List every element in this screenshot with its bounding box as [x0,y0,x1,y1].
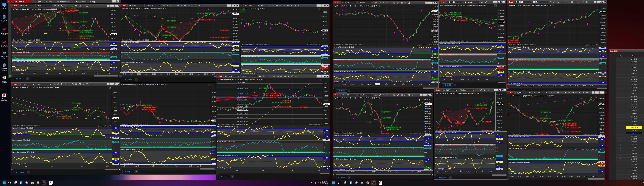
svg-text:1850.0: 1850.0 [324,105,328,107]
svg-text:13020.00: 13020.00 [599,125,604,126]
svg-text:20.88: 20.88 [498,168,502,170]
svg-text:5/4/2022: 5/4/2022 [322,183,328,184]
svg-text:2000 Tick: 2000 Tick [146,5,153,7]
svg-text:hpcHSIIndicator (ES 06-22): hpcHSIIndicator (ES 06-22) [121,52,138,53]
svg-text:40: 40 [425,165,427,167]
svg-text:13142.25: 13142.25 [631,110,637,111]
svg-text:30: 30 [602,56,604,57]
svg-text:13060.00: 13060.00 [425,113,431,115]
svg-text:03:00: 03:00 [350,84,354,85]
svg-text:T1: (2134.6): T1: (2134.6) [71,109,79,111]
svg-text:70: 70 [115,127,117,129]
svg-text:17.88: 17.88 [325,152,329,153]
svg-text:30: 30 [428,143,429,145]
svg-text:40.08: 40.08 [112,56,116,58]
svg-text:hpcAmpRSIIndicator (RTY 06-22): hpcAmpRSIIndicator (RTY 06-22) [120,126,142,127]
svg-text:70: 70 [428,137,429,139]
svg-text:M: M [9,8,10,9]
svg-text:09:47: 09:47 [182,73,186,75]
svg-text:Chart: Chart [334,94,338,96]
svg-text:Harmonic Pattern Collection v2: Harmonic Pattern Collection v20.12.16 [440,40,468,42]
svg-text:hpcHSIIndicator (ES 06-22): hpcHSIIndicator (ES 06-22) [241,56,259,57]
svg-text:X: X [43,11,44,13]
svg-text:+: + [28,171,29,173]
svg-text:4160.00: 4160.00 [233,29,238,31]
svg-text:07:57: 07:57 [130,73,134,75]
svg-text:61.13: 61.13 [234,45,238,47]
svg-text:F: F [319,8,320,10]
svg-text:ES 06-22: ES 06-22 [16,78,23,79]
svg-text:Chrome: Chrome [2,82,7,83]
svg-text:113.00% (1745.5): 113.00% (1745.5) [237,113,248,115]
svg-text:NQ 06-22: NQ 06-22 [342,2,349,4]
svg-text:30: 30 [500,50,502,51]
svg-text:13180.00: 13180.00 [599,98,604,100]
svg-text:23.60% (2014.7): 23.60% (2014.7) [237,87,248,89]
svg-text:70: 70 [326,157,328,159]
svg-text:50.55: 50.55 [499,71,503,73]
svg-text:08:20: 08:20 [145,73,148,75]
svg-text:2.000: 2.000 [12,113,16,114]
svg-text:May: May [106,166,109,167]
svg-text:Help: Help [92,1,95,3]
svg-text:11:13: 11:13 [568,85,571,87]
svg-text:2500.0: 2500.0 [113,92,117,94]
svg-text:71.24: 71.24 [114,141,118,143]
svg-text:70: 70 [326,129,328,131]
svg-text:50: 50 [496,151,498,152]
svg-text:13170.00: 13170.00 [496,94,502,96]
svg-text:22): 22) [241,65,243,66]
svg-text:64.44: 64.44 [601,62,605,64]
svg-text:50: 50 [425,152,427,153]
svg-text:13160.00: 13160.00 [425,101,431,103]
svg-text:C: C [22,34,23,36]
svg-text:11.94: 11.94 [114,137,118,139]
svg-text:C: C [476,124,477,126]
svg-text:57.56: 57.56 [498,138,502,140]
svg-text:Apr 8: Apr 8 [442,79,446,80]
svg-text:60: 60 [212,153,214,155]
svg-text:13020.00: 13020.00 [432,26,438,28]
svg-text:© 2022 NinjaTrader, LLC: © 2022 NinjaTrader, LLC [241,73,257,74]
svg-text:AB=CD (1918.6): AB=CD (1918.6) [270,97,281,98]
svg-text:13060.00: 13060.00 [600,25,606,26]
svg-text:240 Minute: 240 Minute [465,1,472,3]
svg-text:20: 20 [113,135,114,137]
svg-text:79.61: 79.61 [323,65,327,66]
svg-text:1.618 (AB) (4271.50): 1.618 (AB) (4271.50) [80,31,94,33]
svg-text:1950.0: 1950.0 [324,95,328,97]
svg-text:2050.0: 2050.0 [324,87,328,88]
svg-text:70: 70 [235,44,237,45]
svg-text:Mar: Mar [51,166,54,167]
svg-text:30: 30 [113,46,115,48]
svg-text:30: 30 [214,161,216,162]
svg-text:30: 30 [113,69,115,70]
svg-text:© 2022 NinjaTrader, LLC: © 2022 NinjaTrader, LLC [508,82,524,84]
svg-text:12500.00: 12500.00 [498,25,504,27]
svg-text:59.71: 59.71 [498,161,502,163]
svg-text:Chart: Chart [509,92,513,94]
svg-text:09:41: 09:41 [388,171,391,173]
svg-text:2: 2 [620,144,621,145]
svg-text:11:05: 11:05 [560,85,564,87]
svg-text:2000.0: 2000.0 [324,91,328,92]
svg-text:hpcPatternsIndicator (NQ 06-22: hpcPatternsIndicator (NQ 06-22), hpcHSIA… [334,5,380,7]
svg-text:T1: (12930.25): T1: (12930.25) [571,127,581,128]
svg-text:4700.00: 4700.00 [111,14,116,15]
svg-text:13143.50: 13143.50 [631,95,637,97]
svg-text:H: H [441,112,442,113]
svg-text:30: 30 [434,53,436,55]
svg-text:Buy: Buy [620,55,622,57]
svg-text:Recycle Bin: Recycle Bin [1,20,8,22]
svg-text:Apr: Apr [81,166,83,167]
svg-text:57.8: 57.8 [235,65,238,66]
svg-text:10:20: 10:20 [516,85,520,87]
svg-text:1893.4: 1893.4 [114,118,118,119]
svg-text:Harmonic Pattern Collection v2: Harmonic Pattern Collection v20.12.16 [12,125,40,127]
svg-text:1.414: 1.414 [165,37,168,38]
svg-text:14.97: 14.97 [114,163,118,165]
svg-text:hpc patterns found: [10]: hpc patterns found: [10] [482,41,496,42]
svg-text:NinjaTrader: NinjaTrader [1,32,8,34]
svg-text:ES 06-22: ES 06-22 [125,78,132,80]
svg-text:13180.00: 13180.00 [425,99,431,100]
